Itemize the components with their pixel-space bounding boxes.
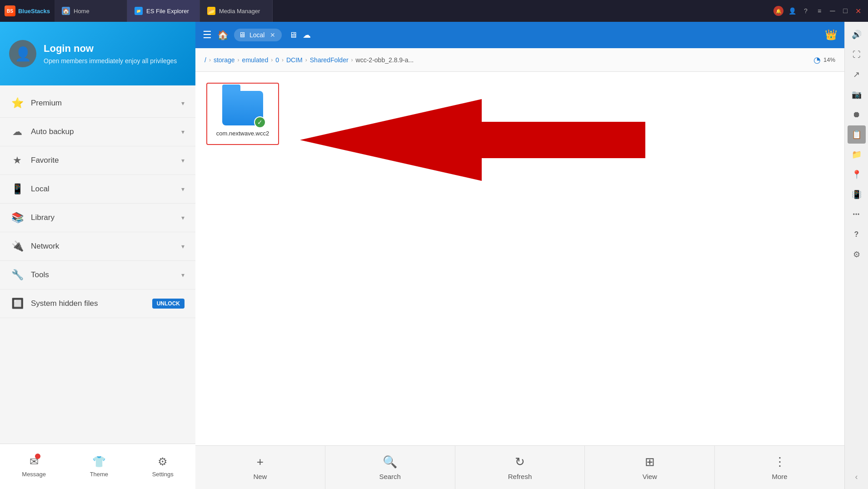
topbar-cloud-icon[interactable]: ☁: [303, 30, 311, 40]
breadcrumb-storage[interactable]: storage: [214, 56, 235, 64]
breadcrumb-current: wcc-2-obb_2.8.9-a...: [356, 56, 414, 64]
close-button[interactable]: ✕: [853, 6, 863, 15]
folder-item-wcc2[interactable]: ✓ com.nextwave.wcc2: [206, 83, 279, 145]
breadcrumb-sep-1: ›: [209, 57, 211, 63]
home-nav-icon[interactable]: 🏠: [217, 30, 229, 40]
more-options-icon[interactable]: •••: [848, 205, 866, 224]
breadcrumb-root[interactable]: /: [205, 56, 206, 64]
login-text-block: Login now Open members immediately enjoy…: [44, 43, 177, 65]
premium-icon: ⭐: [11, 97, 24, 109]
more-label: More: [772, 473, 787, 480]
topbar-device-icon[interactable]: 🖥: [289, 30, 297, 40]
more-button[interactable]: ⋮ More: [715, 446, 844, 489]
theme-icon: 👕: [92, 455, 106, 468]
help-icon[interactable]: ?: [801, 6, 811, 16]
breadcrumb-sep-5: ›: [305, 57, 307, 63]
tab-home[interactable]: 🏠 Home: [55, 0, 127, 22]
vibrate-icon[interactable]: 📳: [848, 185, 866, 204]
maximize-button[interactable]: □: [841, 6, 850, 15]
sidebar-item-label-hidden: System hidden files: [31, 299, 145, 308]
library-icon: 📚: [11, 212, 24, 224]
user-icon[interactable]: 👤: [787, 6, 797, 16]
window-controls: 🔔 👤 ? ≡ ─ □ ✕: [768, 6, 868, 16]
sidebar-item-label-premium: Premium: [31, 99, 174, 108]
sidebar-item-network[interactable]: 🔌 Network ▾: [0, 232, 195, 261]
collapse-arrow-icon[interactable]: ‹: [855, 469, 858, 485]
breadcrumb-dcim[interactable]: DCIM: [286, 56, 303, 64]
breadcrumb-sep-2: ›: [238, 57, 239, 63]
breadcrumb-sharedfolder[interactable]: SharedFolder: [310, 56, 349, 64]
home-tab-icon: 🏠: [62, 7, 70, 15]
share-icon[interactable]: ↗: [848, 65, 866, 84]
breadcrumb-0[interactable]: 0: [275, 56, 279, 64]
minimize-button[interactable]: ─: [828, 6, 837, 15]
message-button[interactable]: ✉ Message: [22, 455, 46, 478]
svg-marker-1: [300, 99, 645, 181]
settings-button[interactable]: ⚙ Settings: [152, 455, 174, 478]
gear-side-icon[interactable]: ⚙: [848, 245, 866, 264]
refresh-button[interactable]: ↻ Refresh: [455, 446, 585, 489]
view-label: View: [643, 473, 657, 480]
sidebar-item-premium[interactable]: ⭐ Premium ▾: [0, 89, 195, 118]
folder-icon[interactable]: 📁: [848, 145, 866, 164]
location-pill[interactable]: 🖥 Local ✕: [234, 29, 282, 41]
tab-bar: 🏠 Home 📁 ES File Explorer 📂 Media Manage…: [55, 0, 768, 22]
storage-badge: ◔ 14%: [813, 55, 835, 65]
tab-media-manager[interactable]: 📂 Media Manager: [200, 0, 273, 22]
media-tab-icon: 📂: [207, 7, 215, 15]
location-label: Local: [249, 31, 264, 39]
brand-name: BlueStacks: [18, 8, 50, 15]
tab-es-file-explorer[interactable]: 📁 ES File Explorer: [127, 0, 200, 22]
sidebar-item-hidden[interactable]: 🔲 System hidden files UNLOCK: [0, 289, 195, 318]
network-icon: 🔌: [11, 240, 24, 252]
hamburger-menu-icon[interactable]: ☰: [203, 29, 212, 41]
new-button[interactable]: + New: [195, 446, 325, 489]
login-banner[interactable]: 👤 Login now Open members immediately enj…: [0, 22, 195, 85]
menu-icon[interactable]: ≡: [814, 6, 824, 16]
sidebar-item-label-favorite: Favorite: [31, 156, 174, 165]
file-content-area: ✓ com.nextwave.wcc2: [195, 72, 844, 445]
file-topbar: ☰ 🏠 🖥 Local ✕ 🖥 ☁ 👑: [195, 22, 844, 48]
sidebar-item-library[interactable]: 📚 Library ▾: [0, 204, 195, 232]
search-button[interactable]: 🔍 Search: [325, 446, 455, 489]
sidebar-item-local[interactable]: 📱 Local ▾: [0, 175, 195, 204]
autobackup-icon: ☁: [11, 126, 24, 138]
checkmark-badge: ✓: [254, 116, 266, 128]
app-logo: BS BlueStacks: [0, 5, 55, 16]
screenshot-icon[interactable]: 📷: [848, 85, 866, 104]
sidebar-item-autobackup[interactable]: ☁ Auto backup ▾: [0, 118, 195, 146]
sidebar-item-favorite[interactable]: ★ Favorite ▾: [0, 146, 195, 175]
sidebar-item-label-local: Local: [31, 185, 174, 194]
avatar-icon: 👤: [15, 46, 31, 62]
clipboard-icon[interactable]: 📋: [848, 125, 866, 144]
breadcrumb-sep-3: ›: [271, 57, 273, 63]
help-side-icon[interactable]: ?: [848, 225, 866, 244]
location-pin-icon[interactable]: 📍: [848, 165, 866, 184]
sidebar-item-label-library: Library: [31, 213, 174, 222]
breadcrumb-emulated[interactable]: emulated: [242, 56, 269, 64]
es-tab-icon: 📁: [135, 7, 143, 15]
speaker-icon[interactable]: 🔊: [848, 25, 866, 44]
theme-button[interactable]: 👕 Theme: [90, 455, 108, 478]
title-bar: BS BlueStacks 🏠 Home 📁 ES File Explorer …: [0, 0, 868, 22]
refresh-icon: ↻: [515, 455, 525, 469]
crown-icon[interactable]: 👑: [825, 29, 837, 41]
login-title: Login now: [44, 43, 177, 55]
notification-icon[interactable]: 🔔: [773, 6, 783, 16]
login-subtitle: Open members immediately enjoy all privi…: [44, 57, 177, 65]
sidebar-item-label-tools: Tools: [31, 270, 174, 279]
sidebar-item-tools[interactable]: 🔧 Tools ▾: [0, 261, 195, 289]
chevron-down-icon: ▾: [181, 271, 185, 279]
chevron-down-icon: ▾: [181, 243, 185, 250]
pie-chart-icon: ◔: [813, 55, 821, 65]
grid-icon: ⊞: [645, 455, 655, 469]
unlock-badge[interactable]: UNLOCK: [152, 299, 185, 309]
expand-icon[interactable]: ⛶: [848, 45, 866, 64]
search-label: Search: [379, 473, 401, 480]
monitor-icon: 🖥: [239, 31, 246, 39]
view-button[interactable]: ⊞ View: [585, 446, 715, 489]
record-icon[interactable]: ⏺: [848, 105, 866, 124]
refresh-label: Refresh: [508, 473, 532, 480]
close-location-icon[interactable]: ✕: [270, 31, 275, 39]
side-icon-bar: 🔊 ⛶ ↗ 📷 ⏺ 📋 📁 📍 📳 ••• ? ⚙ ‹: [844, 22, 868, 489]
